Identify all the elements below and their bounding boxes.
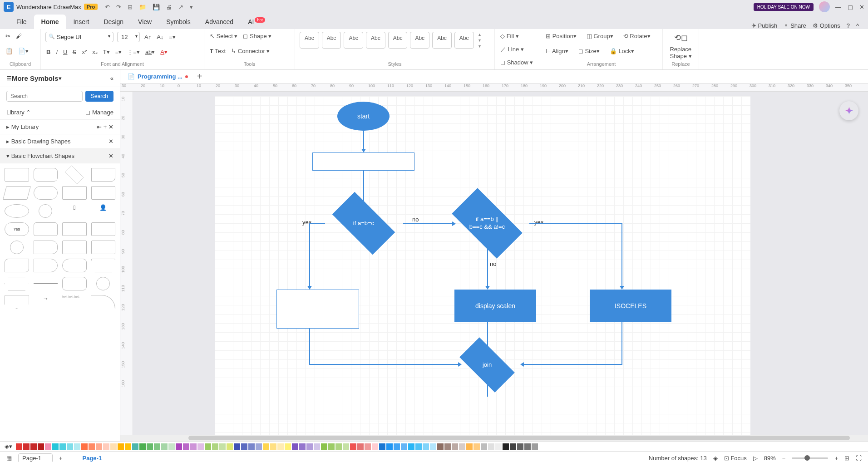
color-swatch[interactable]: [408, 443, 414, 450]
shape-direct-data[interactable]: [34, 241, 58, 254]
node-isoceles[interactable]: ISOCELES: [590, 290, 671, 322]
line-button[interactable]: ／ Line ▾: [499, 44, 535, 54]
page-layout-icon[interactable]: ▦: [6, 455, 12, 462]
color-swatch[interactable]: [401, 443, 407, 450]
color-swatch[interactable]: [147, 443, 153, 450]
color-swatch[interactable]: [321, 443, 327, 450]
node-process-empty[interactable]: [312, 152, 414, 171]
add-lib-icon[interactable]: +: [104, 123, 107, 130]
shape-pill[interactable]: [34, 186, 58, 200]
color-swatch[interactable]: [176, 443, 182, 450]
rotate-button[interactable]: ⟲ Rotate▾: [622, 32, 651, 40]
help-icon[interactable]: ?: [847, 22, 850, 29]
shape-arrow-icon[interactable]: →: [34, 295, 58, 309]
color-swatch[interactable]: [23, 443, 30, 450]
connector[interactable]: [529, 223, 622, 224]
color-swatch[interactable]: [161, 443, 168, 450]
color-swatch[interactable]: [285, 443, 291, 450]
color-swatch[interactable]: [241, 443, 247, 450]
color-swatch[interactable]: [459, 443, 465, 450]
new-icon[interactable]: ⊞: [128, 4, 133, 10]
color-swatch[interactable]: [263, 443, 269, 450]
text-tool[interactable]: T Text: [209, 47, 227, 55]
close-category-icon[interactable]: ✕: [108, 138, 113, 145]
close-category-icon[interactable]: ✕: [108, 152, 113, 159]
ai-assistant-button[interactable]: ✦: [839, 101, 859, 121]
shape-line[interactable]: [34, 283, 58, 290]
layers-icon[interactable]: ◈: [713, 455, 718, 462]
style-item[interactable]: Abc: [300, 32, 319, 49]
color-swatch[interactable]: [488, 443, 494, 450]
import-icon[interactable]: ⇤: [97, 123, 102, 130]
close-icon[interactable]: ✕: [859, 4, 864, 10]
strike-icon[interactable]: S̶: [72, 48, 77, 56]
color-swatch[interactable]: [452, 443, 458, 450]
font-name-combo[interactable]: Segoe UI: [45, 32, 113, 42]
share-button[interactable]: ⚬ Share: [784, 22, 806, 29]
fullscreen-icon[interactable]: ⛶: [856, 455, 862, 462]
shape-manual-op[interactable]: [91, 259, 116, 272]
replace-shape-icon[interactable]: ⟲◻: [673, 32, 689, 44]
undo-icon[interactable]: ↶: [105, 4, 110, 10]
menu-file[interactable]: File: [9, 15, 34, 29]
page-tab[interactable]: Page-1: [83, 455, 102, 462]
align-para-icon[interactable]: ≡▾: [168, 33, 177, 41]
menu-design[interactable]: Design: [96, 15, 131, 29]
shape-delay[interactable]: [34, 259, 58, 272]
connector[interactable]: [309, 223, 325, 224]
cut-icon[interactable]: ✂: [5, 32, 11, 40]
open-icon[interactable]: 📁: [139, 4, 146, 10]
maximize-icon[interactable]: ▢: [848, 4, 853, 10]
style-item[interactable]: Abc: [388, 32, 408, 49]
paste-icon[interactable]: 📄▾: [17, 47, 30, 55]
superscript-icon[interactable]: x²: [81, 48, 88, 56]
color-swatch[interactable]: [103, 443, 109, 450]
color-swatch[interactable]: [365, 443, 371, 450]
lock-button[interactable]: 🔒 Lock▾: [609, 47, 635, 55]
scroll-up-icon[interactable]: ▴: [478, 32, 481, 37]
color-swatch[interactable]: [481, 443, 487, 450]
color-swatch[interactable]: [38, 443, 44, 450]
minimize-icon[interactable]: —: [835, 4, 841, 10]
shape-rounded-rect[interactable]: [34, 168, 58, 182]
color-swatch[interactable]: [154, 443, 160, 450]
node-decision-abc[interactable]: if a=b=c: [323, 201, 404, 246]
color-swatch[interactable]: [52, 443, 59, 450]
style-item[interactable]: Abc: [432, 32, 452, 49]
menu-ai[interactable]: AIhot: [241, 15, 272, 29]
copy-icon[interactable]: 📋: [5, 47, 14, 55]
menu-insert[interactable]: Insert: [66, 15, 96, 29]
color-swatch[interactable]: [168, 443, 175, 450]
shape-internal-storage[interactable]: [91, 186, 116, 200]
options-button[interactable]: ⚙ Options: [813, 22, 840, 29]
library-label[interactable]: Library ⌃: [6, 109, 31, 116]
color-swatch[interactable]: [314, 443, 320, 450]
color-swatch[interactable]: [227, 443, 233, 450]
connector[interactable]: [309, 329, 310, 365]
subscript-icon[interactable]: x₂: [91, 48, 99, 56]
node-start[interactable]: start: [337, 102, 390, 131]
color-swatch[interactable]: [335, 443, 342, 450]
line-spacing-icon[interactable]: ≡▾: [114, 48, 123, 56]
fill-button[interactable]: ◇ Fill ▾: [499, 32, 535, 40]
select-tool[interactable]: ↖ Select ▾: [209, 32, 238, 40]
style-gallery[interactable]: Abc Abc Abc Abc Abc Abc Abc Abc ▴▾▾: [300, 32, 490, 49]
color-swatch[interactable]: [524, 443, 531, 450]
style-item[interactable]: Abc: [322, 32, 341, 49]
shape-arc[interactable]: [91, 295, 116, 309]
close-lib-icon[interactable]: ✕: [108, 123, 113, 130]
add-page-button[interactable]: +: [59, 455, 63, 462]
color-swatch[interactable]: [96, 443, 102, 450]
color-swatch[interactable]: [110, 443, 117, 450]
eyedropper-icon[interactable]: ◈▾: [5, 443, 12, 450]
canvas[interactable]: start if a=b=c yes no: [133, 92, 868, 435]
case-icon[interactable]: T▾: [102, 48, 111, 56]
connector-tool[interactable]: ↳ Connector ▾: [230, 47, 271, 55]
horizontal-scrollbar[interactable]: [120, 435, 868, 441]
shape-display[interactable]: [62, 259, 87, 272]
color-swatch[interactable]: [503, 443, 509, 450]
color-swatch[interactable]: [415, 443, 422, 450]
color-swatch[interactable]: [306, 443, 313, 450]
dropdown-icon[interactable]: ▾: [59, 75, 62, 82]
shape-stored-data[interactable]: [91, 241, 116, 254]
